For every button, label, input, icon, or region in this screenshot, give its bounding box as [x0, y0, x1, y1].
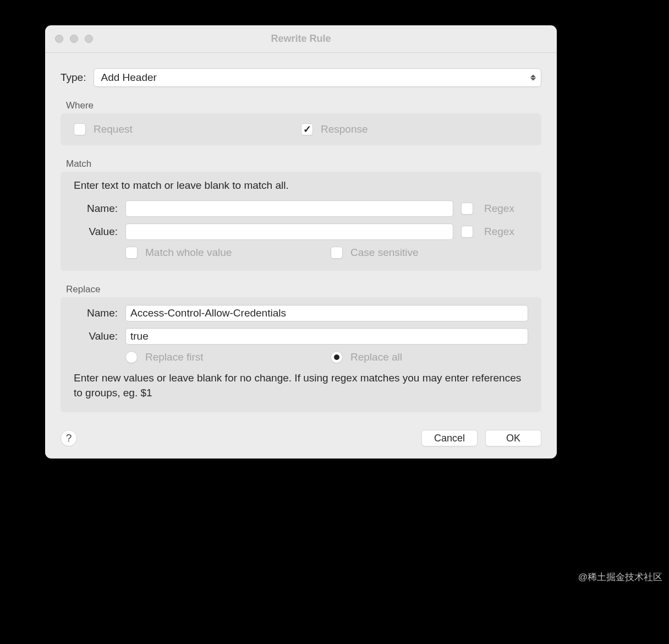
where-group: Request Response	[61, 113, 541, 145]
replace-name-label: Name:	[74, 307, 118, 319]
where-response-option[interactable]: Response	[301, 123, 528, 135]
request-checkbox[interactable]	[74, 123, 86, 135]
dialog-content: Type: Add Header Where Request	[45, 53, 557, 459]
type-row: Type: Add Header	[61, 68, 541, 87]
replace-all-label: Replace all	[350, 351, 402, 363]
response-label: Response	[321, 123, 368, 135]
match-case-checkbox[interactable]	[331, 247, 343, 259]
replace-first-label: Replace first	[145, 351, 204, 363]
chevron-up-down-icon	[530, 75, 536, 81]
where-request-option[interactable]: Request	[74, 123, 301, 135]
replace-group: Name: Value: Replace first Replace all E…	[61, 297, 541, 412]
replace-all-radio[interactable]	[331, 351, 343, 363]
match-value-input[interactable]	[125, 223, 453, 240]
match-hint: Enter text to match or leave blank to ma…	[74, 179, 528, 192]
match-case-label: Case sensitive	[350, 247, 419, 259]
replace-section-label: Replace	[66, 284, 541, 295]
match-whole-option[interactable]: Match whole value	[125, 247, 323, 259]
zoom-icon[interactable]	[85, 35, 93, 43]
type-select-value: Add Header	[101, 72, 156, 84]
match-group: Enter text to match or leave blank to ma…	[61, 172, 541, 271]
replace-hint: Enter new values or leave blank for no c…	[74, 371, 528, 400]
replace-first-option[interactable]: Replace first	[125, 351, 323, 363]
match-value-regex-checkbox[interactable]	[461, 226, 473, 238]
request-label: Request	[94, 123, 133, 135]
window-title: Rewrite Rule	[45, 33, 557, 45]
type-select[interactable]: Add Header	[94, 68, 541, 87]
match-name-regex-label: Regex	[484, 203, 528, 215]
ok-button[interactable]: OK	[485, 430, 541, 446]
match-value-label: Value:	[74, 226, 118, 238]
cancel-button[interactable]: Cancel	[421, 430, 478, 446]
where-section-label: Where	[66, 100, 541, 111]
replace-value-input[interactable]	[125, 328, 528, 345]
minimize-icon[interactable]	[70, 35, 78, 43]
match-case-option[interactable]: Case sensitive	[331, 247, 528, 259]
match-name-input[interactable]	[125, 200, 453, 217]
match-name-regex-checkbox[interactable]	[461, 203, 473, 215]
replace-value-label: Value:	[74, 330, 118, 342]
replace-first-radio[interactable]	[125, 351, 138, 363]
replace-name-input[interactable]	[125, 305, 528, 321]
dialog-footer: ? Cancel OK	[61, 430, 541, 446]
titlebar: Rewrite Rule	[45, 25, 557, 53]
type-label: Type:	[61, 72, 86, 84]
dialog-window: Rewrite Rule Type: Add Header Where Requ…	[45, 25, 557, 459]
replace-all-option[interactable]: Replace all	[331, 351, 528, 363]
type-select-wrap: Add Header	[94, 68, 541, 87]
match-value-regex-label: Regex	[484, 226, 528, 238]
match-name-label: Name:	[74, 203, 118, 215]
traffic-lights	[45, 35, 93, 43]
watermark: @稀土掘金技术社区	[578, 571, 662, 583]
match-section-label: Match	[66, 159, 541, 170]
match-whole-label: Match whole value	[145, 247, 232, 259]
help-button[interactable]: ?	[61, 430, 77, 446]
response-checkbox[interactable]	[301, 123, 313, 135]
match-whole-checkbox[interactable]	[125, 247, 138, 259]
close-icon[interactable]	[55, 35, 63, 43]
